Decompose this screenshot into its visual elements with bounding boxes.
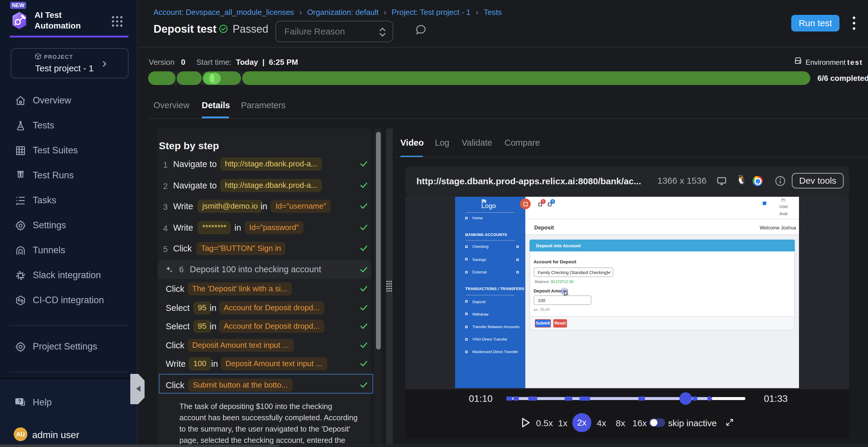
svg-text:?: ? xyxy=(18,399,21,404)
